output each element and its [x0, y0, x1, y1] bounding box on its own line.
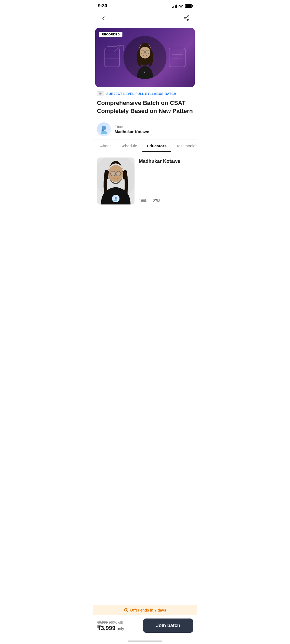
educators-section: Madhukar Kotawe 169K 27M: [93, 152, 197, 210]
educator-card-person-icon: [113, 196, 118, 201]
svg-point-21: [111, 171, 115, 176]
educator-name-summary: Madhukar Kotawe: [115, 129, 149, 134]
bottom-spacer: [93, 210, 197, 247]
hero-bg-right-icon: [168, 45, 187, 69]
educator-card: Madhukar Kotawe 169K 27M: [97, 158, 193, 204]
tab-about[interactable]: About: [95, 140, 115, 152]
hero-bg-left-icon: [103, 44, 125, 71]
tab-testimonials[interactable]: Testimonials: [171, 140, 197, 152]
wifi-icon: [179, 4, 183, 8]
hero-person-silhouette: ✦: [129, 41, 161, 79]
svg-line-25: [121, 173, 123, 173]
course-tag-row: हिन SUBJECT-LEVEL FULL SYLLABUS BATCH: [97, 91, 193, 96]
educator-card-avatar-icon: [112, 195, 119, 202]
svg-line-0: [186, 19, 188, 20]
educator-info: Educators Madhukar Kotawe: [115, 125, 149, 134]
hero-banner: ✦ RECORDED: [95, 28, 195, 87]
tab-educators[interactable]: Educators: [142, 140, 171, 152]
educator-stats-row: 169K 27M: [139, 199, 193, 203]
back-button[interactable]: [98, 13, 109, 24]
svg-text:✦: ✦: [144, 71, 146, 74]
status-bar: 9:30: [93, 0, 197, 11]
educator-stat-followers: 169K: [139, 199, 148, 203]
course-tag: SUBJECT-LEVEL FULL SYLLABUS BATCH: [106, 92, 176, 96]
status-time: 9:30: [98, 3, 107, 9]
svg-point-17: [102, 129, 104, 131]
recorded-badge: RECORDED: [99, 32, 122, 37]
hindi-badge: हिन: [97, 91, 104, 96]
educator-stats: 169K 27M: [139, 166, 193, 203]
tab-schedule[interactable]: Schedule: [115, 140, 142, 152]
svg-rect-6: [169, 48, 185, 67]
course-info: हिन SUBJECT-LEVEL FULL SYLLABUS BATCH Co…: [93, 87, 197, 115]
educator-card-name: Madhukar Kotawe: [139, 159, 193, 164]
svg-rect-2: [105, 48, 119, 67]
course-title: Comprehensive Batch on CSAT Completely B…: [97, 99, 193, 115]
tabs-row: About Schedule Educators Testimonials: [93, 140, 197, 152]
signal-icon: [172, 4, 177, 8]
hero-educator-circle: ✦: [124, 36, 166, 79]
svg-line-1: [186, 17, 188, 18]
educator-avatar-small: [97, 122, 111, 136]
status-icons: [172, 4, 192, 8]
educator-card-details: Madhukar Kotawe 169K 27M: [139, 158, 193, 203]
svg-line-24: [108, 173, 111, 173]
svg-point-22: [116, 171, 121, 176]
share-button[interactable]: [181, 13, 192, 24]
educator-stat-views: 27M: [153, 199, 160, 203]
nav-bar: [93, 11, 197, 28]
educator-summary-row[interactable]: Educators Madhukar Kotawe: [93, 119, 197, 140]
educator-photo: [97, 158, 135, 204]
educator-person-icon: [99, 125, 109, 134]
educator-label: Educators: [115, 125, 149, 129]
svg-point-26: [115, 197, 117, 199]
battery-icon: [185, 4, 192, 8]
